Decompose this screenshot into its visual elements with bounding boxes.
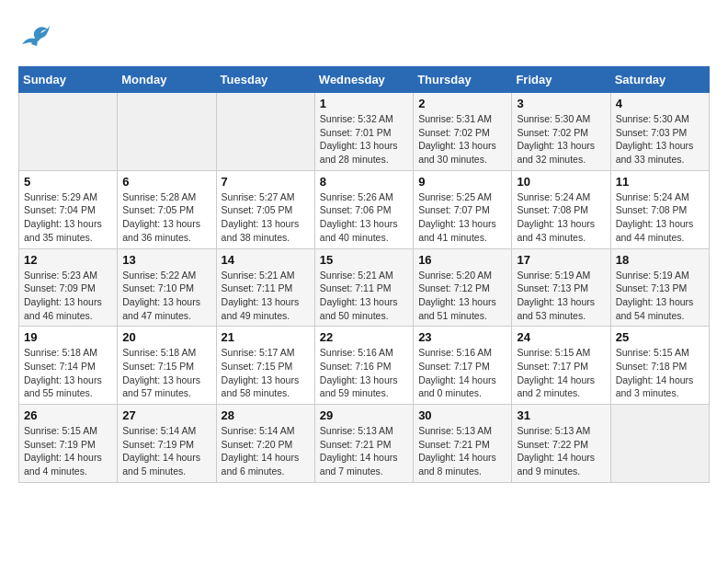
calendar-cell: 14Sunrise: 5:21 AM Sunset: 7:11 PM Dayli… [216,248,314,327]
page-header [18,18,710,52]
calendar-cell: 13Sunrise: 5:22 AM Sunset: 7:10 PM Dayli… [118,248,216,327]
day-info: Sunrise: 5:21 AM Sunset: 7:11 PM Dayligh… [320,269,408,323]
day-info: Sunrise: 5:29 AM Sunset: 7:04 PM Dayligh… [24,190,112,245]
calendar-cell: 28Sunrise: 5:14 AM Sunset: 7:20 PM Dayli… [216,405,314,483]
calendar-cell: 25Sunrise: 5:15 AM Sunset: 7:18 PM Dayli… [610,327,709,405]
day-number: 23 [418,330,506,344]
day-number: 18 [616,253,704,267]
day-number: 19 [24,330,112,344]
weekday-header: Wednesday [314,67,413,93]
calendar-cell [610,405,709,483]
calendar-cell: 4Sunrise: 5:30 AM Sunset: 7:03 PM Daylig… [610,93,709,171]
day-number: 16 [418,253,506,267]
day-number: 15 [320,253,408,267]
day-number: 4 [616,97,704,110]
day-info: Sunrise: 5:13 AM Sunset: 7:21 PM Dayligh… [418,424,506,478]
day-info: Sunrise: 5:24 AM Sunset: 7:08 PM Dayligh… [616,190,704,245]
day-info: Sunrise: 5:16 AM Sunset: 7:16 PM Dayligh… [320,346,408,400]
calendar-cell: 5Sunrise: 5:29 AM Sunset: 7:04 PM Daylig… [19,170,118,248]
calendar-cell: 9Sunrise: 5:25 AM Sunset: 7:07 PM Daylig… [414,170,512,248]
calendar-cell: 10Sunrise: 5:24 AM Sunset: 7:08 PM Dayli… [512,170,610,248]
day-info: Sunrise: 5:18 AM Sunset: 7:15 PM Dayligh… [122,346,210,400]
day-number: 3 [517,97,605,110]
weekday-header: Tuesday [216,67,314,93]
day-number: 6 [122,175,210,189]
calendar-table: SundayMondayTuesdayWednesdayThursdayFrid… [18,66,710,483]
day-info: Sunrise: 5:14 AM Sunset: 7:20 PM Dayligh… [222,424,310,478]
calendar-cell: 15Sunrise: 5:21 AM Sunset: 7:11 PM Dayli… [314,248,413,327]
day-info: Sunrise: 5:15 AM Sunset: 7:18 PM Dayligh… [616,346,704,400]
day-number: 22 [320,330,408,344]
day-info: Sunrise: 5:30 AM Sunset: 7:03 PM Dayligh… [616,112,704,167]
day-info: Sunrise: 5:32 AM Sunset: 7:01 PM Dayligh… [320,112,408,167]
day-number: 27 [122,408,210,422]
calendar-cell: 17Sunrise: 5:19 AM Sunset: 7:13 PM Dayli… [512,248,610,327]
calendar-cell: 24Sunrise: 5:15 AM Sunset: 7:17 PM Dayli… [512,327,610,405]
calendar-cell: 23Sunrise: 5:16 AM Sunset: 7:17 PM Dayli… [414,327,512,405]
calendar-cell: 16Sunrise: 5:20 AM Sunset: 7:12 PM Dayli… [414,248,512,327]
calendar-cell [118,93,216,171]
day-info: Sunrise: 5:19 AM Sunset: 7:13 PM Dayligh… [517,269,605,323]
day-number: 14 [222,253,310,267]
day-info: Sunrise: 5:13 AM Sunset: 7:22 PM Dayligh… [517,424,605,478]
calendar-cell: 30Sunrise: 5:13 AM Sunset: 7:21 PM Dayli… [414,405,512,483]
logo-icon [18,18,51,52]
day-number: 20 [122,330,210,344]
logo [18,18,55,52]
day-info: Sunrise: 5:16 AM Sunset: 7:17 PM Dayligh… [418,346,506,400]
day-number: 1 [320,97,408,110]
calendar-cell: 21Sunrise: 5:17 AM Sunset: 7:15 PM Dayli… [216,327,314,405]
calendar-cell: 6Sunrise: 5:28 AM Sunset: 7:05 PM Daylig… [118,170,216,248]
calendar-cell: 29Sunrise: 5:13 AM Sunset: 7:21 PM Dayli… [314,405,413,483]
calendar-cell: 8Sunrise: 5:26 AM Sunset: 7:06 PM Daylig… [314,170,413,248]
calendar-header: SundayMondayTuesdayWednesdayThursdayFrid… [19,67,710,93]
calendar-cell: 31Sunrise: 5:13 AM Sunset: 7:22 PM Dayli… [512,405,610,483]
day-number: 31 [517,408,605,422]
day-info: Sunrise: 5:17 AM Sunset: 7:15 PM Dayligh… [222,346,310,400]
calendar-cell: 26Sunrise: 5:15 AM Sunset: 7:19 PM Dayli… [19,405,118,483]
calendar-cell: 27Sunrise: 5:14 AM Sunset: 7:19 PM Dayli… [118,405,216,483]
calendar-cell: 18Sunrise: 5:19 AM Sunset: 7:13 PM Dayli… [610,248,709,327]
day-number: 2 [418,97,506,110]
calendar-cell [216,93,314,171]
day-info: Sunrise: 5:27 AM Sunset: 7:05 PM Dayligh… [222,190,310,245]
day-info: Sunrise: 5:14 AM Sunset: 7:19 PM Dayligh… [122,424,210,478]
day-number: 24 [517,330,605,344]
day-info: Sunrise: 5:31 AM Sunset: 7:02 PM Dayligh… [418,112,506,167]
day-number: 25 [616,330,704,344]
day-info: Sunrise: 5:28 AM Sunset: 7:05 PM Dayligh… [122,190,210,245]
day-number: 7 [222,175,310,189]
calendar-cell [19,93,118,171]
weekday-header: Sunday [19,67,118,93]
calendar-cell: 7Sunrise: 5:27 AM Sunset: 7:05 PM Daylig… [216,170,314,248]
weekday-header: Friday [512,67,610,93]
calendar-cell: 22Sunrise: 5:16 AM Sunset: 7:16 PM Dayli… [314,327,413,405]
day-info: Sunrise: 5:18 AM Sunset: 7:14 PM Dayligh… [24,346,112,400]
day-info: Sunrise: 5:25 AM Sunset: 7:07 PM Dayligh… [418,190,506,245]
calendar-cell: 3Sunrise: 5:30 AM Sunset: 7:02 PM Daylig… [512,93,610,171]
day-number: 11 [616,175,704,189]
day-number: 5 [24,175,112,189]
weekday-header: Saturday [610,67,709,93]
calendar-cell: 11Sunrise: 5:24 AM Sunset: 7:08 PM Dayli… [610,170,709,248]
day-info: Sunrise: 5:24 AM Sunset: 7:08 PM Dayligh… [517,190,605,245]
day-info: Sunrise: 5:23 AM Sunset: 7:09 PM Dayligh… [24,269,112,323]
day-number: 26 [24,408,112,422]
day-number: 28 [222,408,310,422]
day-info: Sunrise: 5:19 AM Sunset: 7:13 PM Dayligh… [616,269,704,323]
day-number: 8 [320,175,408,189]
weekday-header: Thursday [414,67,512,93]
day-number: 30 [418,408,506,422]
day-number: 21 [222,330,310,344]
day-number: 9 [418,175,506,189]
day-info: Sunrise: 5:30 AM Sunset: 7:02 PM Dayligh… [517,112,605,167]
day-info: Sunrise: 5:21 AM Sunset: 7:11 PM Dayligh… [222,269,310,323]
day-number: 10 [517,175,605,189]
calendar-cell: 2Sunrise: 5:31 AM Sunset: 7:02 PM Daylig… [414,93,512,171]
day-number: 12 [24,253,112,267]
day-info: Sunrise: 5:15 AM Sunset: 7:19 PM Dayligh… [24,424,112,478]
weekday-header: Monday [118,67,216,93]
calendar-cell: 20Sunrise: 5:18 AM Sunset: 7:15 PM Dayli… [118,327,216,405]
day-info: Sunrise: 5:15 AM Sunset: 7:17 PM Dayligh… [517,346,605,400]
calendar-cell: 19Sunrise: 5:18 AM Sunset: 7:14 PM Dayli… [19,327,118,405]
